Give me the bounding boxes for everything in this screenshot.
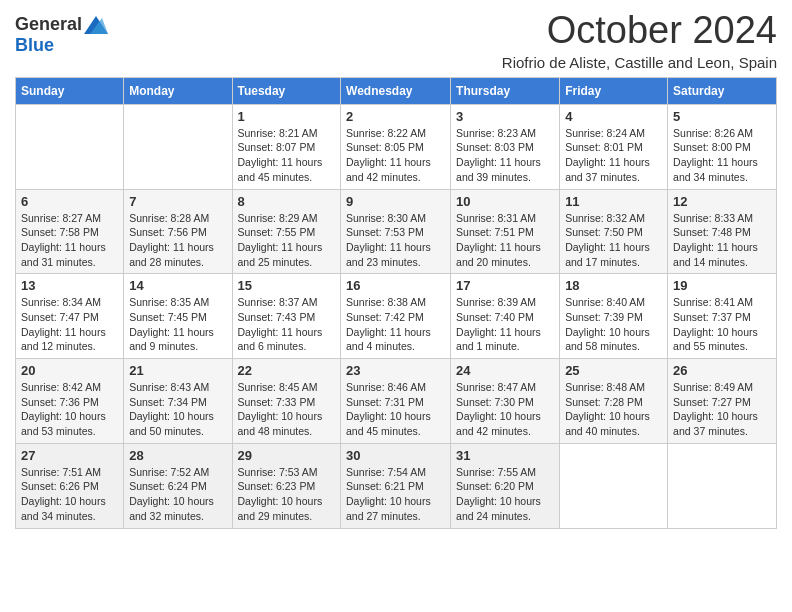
day-info: Sunrise: 8:31 AMSunset: 7:51 PMDaylight:… (456, 211, 554, 270)
calendar-week-row: 6Sunrise: 8:27 AMSunset: 7:58 PMDaylight… (16, 189, 777, 274)
day-info: Sunrise: 8:34 AMSunset: 7:47 PMDaylight:… (21, 295, 118, 354)
col-thursday: Thursday (451, 77, 560, 104)
calendar-week-row: 13Sunrise: 8:34 AMSunset: 7:47 PMDayligh… (16, 274, 777, 359)
table-row: 6Sunrise: 8:27 AMSunset: 7:58 PMDaylight… (16, 189, 124, 274)
day-number: 30 (346, 448, 445, 463)
month-title: October 2024 (502, 10, 777, 52)
day-info: Sunrise: 8:37 AMSunset: 7:43 PMDaylight:… (238, 295, 336, 354)
day-number: 10 (456, 194, 554, 209)
day-info: Sunrise: 8:32 AMSunset: 7:50 PMDaylight:… (565, 211, 662, 270)
day-number: 11 (565, 194, 662, 209)
calendar-week-row: 20Sunrise: 8:42 AMSunset: 7:36 PMDayligh… (16, 359, 777, 444)
day-number: 29 (238, 448, 336, 463)
calendar-week-row: 27Sunrise: 7:51 AMSunset: 6:26 PMDayligh… (16, 443, 777, 528)
table-row: 26Sunrise: 8:49 AMSunset: 7:27 PMDayligh… (668, 359, 777, 444)
table-row (668, 443, 777, 528)
day-number: 16 (346, 278, 445, 293)
day-info: Sunrise: 7:53 AMSunset: 6:23 PMDaylight:… (238, 465, 336, 524)
day-number: 5 (673, 109, 771, 124)
table-row: 27Sunrise: 7:51 AMSunset: 6:26 PMDayligh… (16, 443, 124, 528)
table-row (560, 443, 668, 528)
day-number: 19 (673, 278, 771, 293)
day-info: Sunrise: 8:38 AMSunset: 7:42 PMDaylight:… (346, 295, 445, 354)
day-number: 22 (238, 363, 336, 378)
title-section: October 2024 Riofrio de Aliste, Castille… (502, 10, 777, 71)
table-row: 31Sunrise: 7:55 AMSunset: 6:20 PMDayligh… (451, 443, 560, 528)
day-info: Sunrise: 8:23 AMSunset: 8:03 PMDaylight:… (456, 126, 554, 185)
table-row: 20Sunrise: 8:42 AMSunset: 7:36 PMDayligh… (16, 359, 124, 444)
day-number: 1 (238, 109, 336, 124)
day-info: Sunrise: 8:46 AMSunset: 7:31 PMDaylight:… (346, 380, 445, 439)
day-info: Sunrise: 8:27 AMSunset: 7:58 PMDaylight:… (21, 211, 118, 270)
table-row: 30Sunrise: 7:54 AMSunset: 6:21 PMDayligh… (341, 443, 451, 528)
table-row: 23Sunrise: 8:46 AMSunset: 7:31 PMDayligh… (341, 359, 451, 444)
day-number: 25 (565, 363, 662, 378)
table-row: 29Sunrise: 7:53 AMSunset: 6:23 PMDayligh… (232, 443, 341, 528)
day-info: Sunrise: 7:55 AMSunset: 6:20 PMDaylight:… (456, 465, 554, 524)
day-number: 18 (565, 278, 662, 293)
day-number: 23 (346, 363, 445, 378)
day-info: Sunrise: 8:21 AMSunset: 8:07 PMDaylight:… (238, 126, 336, 185)
table-row: 28Sunrise: 7:52 AMSunset: 6:24 PMDayligh… (124, 443, 232, 528)
day-number: 15 (238, 278, 336, 293)
day-number: 31 (456, 448, 554, 463)
day-info: Sunrise: 8:43 AMSunset: 7:34 PMDaylight:… (129, 380, 226, 439)
table-row: 21Sunrise: 8:43 AMSunset: 7:34 PMDayligh… (124, 359, 232, 444)
table-row (16, 104, 124, 189)
calendar-week-row: 1Sunrise: 8:21 AMSunset: 8:07 PMDaylight… (16, 104, 777, 189)
day-info: Sunrise: 8:39 AMSunset: 7:40 PMDaylight:… (456, 295, 554, 354)
table-row: 2Sunrise: 8:22 AMSunset: 8:05 PMDaylight… (341, 104, 451, 189)
day-number: 7 (129, 194, 226, 209)
table-row: 12Sunrise: 8:33 AMSunset: 7:48 PMDayligh… (668, 189, 777, 274)
day-info: Sunrise: 8:26 AMSunset: 8:00 PMDaylight:… (673, 126, 771, 185)
col-friday: Friday (560, 77, 668, 104)
day-info: Sunrise: 8:22 AMSunset: 8:05 PMDaylight:… (346, 126, 445, 185)
day-number: 17 (456, 278, 554, 293)
day-info: Sunrise: 8:48 AMSunset: 7:28 PMDaylight:… (565, 380, 662, 439)
col-sunday: Sunday (16, 77, 124, 104)
table-row: 10Sunrise: 8:31 AMSunset: 7:51 PMDayligh… (451, 189, 560, 274)
day-number: 13 (21, 278, 118, 293)
table-row (124, 104, 232, 189)
col-monday: Monday (124, 77, 232, 104)
table-row: 15Sunrise: 8:37 AMSunset: 7:43 PMDayligh… (232, 274, 341, 359)
day-number: 6 (21, 194, 118, 209)
day-info: Sunrise: 7:52 AMSunset: 6:24 PMDaylight:… (129, 465, 226, 524)
table-row: 24Sunrise: 8:47 AMSunset: 7:30 PMDayligh… (451, 359, 560, 444)
table-row: 13Sunrise: 8:34 AMSunset: 7:47 PMDayligh… (16, 274, 124, 359)
day-info: Sunrise: 8:45 AMSunset: 7:33 PMDaylight:… (238, 380, 336, 439)
table-row: 1Sunrise: 8:21 AMSunset: 8:07 PMDaylight… (232, 104, 341, 189)
day-number: 9 (346, 194, 445, 209)
day-number: 14 (129, 278, 226, 293)
day-info: Sunrise: 8:24 AMSunset: 8:01 PMDaylight:… (565, 126, 662, 185)
table-row: 14Sunrise: 8:35 AMSunset: 7:45 PMDayligh… (124, 274, 232, 359)
day-info: Sunrise: 8:28 AMSunset: 7:56 PMDaylight:… (129, 211, 226, 270)
day-number: 8 (238, 194, 336, 209)
day-number: 2 (346, 109, 445, 124)
table-row: 4Sunrise: 8:24 AMSunset: 8:01 PMDaylight… (560, 104, 668, 189)
day-number: 24 (456, 363, 554, 378)
day-info: Sunrise: 7:51 AMSunset: 6:26 PMDaylight:… (21, 465, 118, 524)
calendar-header-row: Sunday Monday Tuesday Wednesday Thursday… (16, 77, 777, 104)
logo: General Blue (15, 14, 108, 56)
logo-general-text: General (15, 14, 82, 35)
day-info: Sunrise: 8:29 AMSunset: 7:55 PMDaylight:… (238, 211, 336, 270)
day-number: 28 (129, 448, 226, 463)
table-row: 22Sunrise: 8:45 AMSunset: 7:33 PMDayligh… (232, 359, 341, 444)
day-info: Sunrise: 8:41 AMSunset: 7:37 PMDaylight:… (673, 295, 771, 354)
table-row: 3Sunrise: 8:23 AMSunset: 8:03 PMDaylight… (451, 104, 560, 189)
table-row: 18Sunrise: 8:40 AMSunset: 7:39 PMDayligh… (560, 274, 668, 359)
day-info: Sunrise: 8:35 AMSunset: 7:45 PMDaylight:… (129, 295, 226, 354)
day-number: 4 (565, 109, 662, 124)
day-info: Sunrise: 8:33 AMSunset: 7:48 PMDaylight:… (673, 211, 771, 270)
table-row: 19Sunrise: 8:41 AMSunset: 7:37 PMDayligh… (668, 274, 777, 359)
day-number: 26 (673, 363, 771, 378)
calendar-table: Sunday Monday Tuesday Wednesday Thursday… (15, 77, 777, 529)
day-info: Sunrise: 8:47 AMSunset: 7:30 PMDaylight:… (456, 380, 554, 439)
day-info: Sunrise: 8:42 AMSunset: 7:36 PMDaylight:… (21, 380, 118, 439)
day-number: 20 (21, 363, 118, 378)
day-number: 12 (673, 194, 771, 209)
table-row: 9Sunrise: 8:30 AMSunset: 7:53 PMDaylight… (341, 189, 451, 274)
col-wednesday: Wednesday (341, 77, 451, 104)
day-number: 27 (21, 448, 118, 463)
